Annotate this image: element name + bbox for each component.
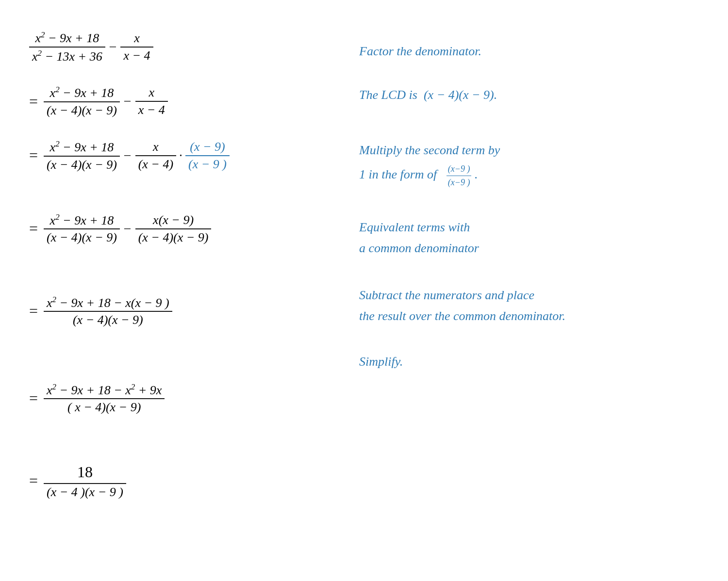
annotation-1: Factor the denominator. (359, 24, 699, 68)
main-container: x2 − 9x + 18 x2 − 13x + 36 − x x − 4 = x… (29, 19, 699, 508)
fraction-7-blue: (x − 9) (x − 9 ) (185, 139, 230, 173)
frac5-numerator: x2 − 9x + 18 (47, 138, 117, 156)
frac9-denominator: (x − 4)(x − 9) (135, 229, 212, 246)
annotation-4: Equivalent terms with a common denominat… (359, 199, 699, 267)
fraction-5: x2 − 9x + 18 (x − 4)(x − 9) (44, 138, 120, 173)
equals-2: = (29, 93, 39, 111)
frac6-numerator: x (150, 139, 162, 155)
frac3-denominator: (x − 4)(x − 9) (44, 102, 120, 119)
frac12-numerator: 18 (67, 461, 102, 483)
frac1-numerator: x2 − 9x + 18 (33, 29, 102, 47)
frac8-numerator: x2 − 9x + 18 (47, 211, 117, 229)
annotation-5: Subtract the numerators and place the re… (359, 267, 699, 335)
frac10-numerator: x2 − 9x + 18 − x(x − 9 ) (44, 294, 172, 311)
fraction-3: x2 − 9x + 18 (x − 4)(x − 9) (44, 84, 120, 119)
fraction-11: x2 − 9x + 18 − x2 + 9x ( x − 4)(x − 9) (44, 381, 165, 416)
step-6: = x2 − 9x + 18 − x2 + 9x ( x − 4)(x − 9) (29, 367, 330, 430)
frac12-denominator: (x − 4 )(x − 9 ) (44, 484, 126, 500)
step-5: = x2 − 9x + 18 − x(x − 9 ) (x − 4)(x − 9… (29, 280, 330, 343)
math-steps: x2 − 9x + 18 x2 − 13x + 36 − x x − 4 = x… (29, 19, 330, 508)
frac8-denominator: (x − 4)(x − 9) (44, 229, 120, 246)
step-2: = x2 − 9x + 18 (x − 4)(x − 9) − x x − 4 (29, 79, 330, 124)
frac2-denominator: x − 4 (120, 48, 153, 64)
fraction-10: x2 − 9x + 18 − x(x − 9 ) (x − 4)(x − 9) (44, 294, 172, 329)
annotation-5-line2: the result over the common denominator. (359, 307, 565, 325)
step-1: x2 − 9x + 18 x2 − 13x + 36 − x x − 4 (29, 24, 330, 69)
minus-2: − (124, 94, 132, 109)
fraction-6: x (x − 4) (135, 139, 176, 173)
frac4-denominator: x − 4 (135, 102, 168, 118)
annotation-3-line2: 1 in the form of (x−9 ) (x−9 ) . (359, 162, 478, 189)
annotation-6-text: Simplify. (359, 352, 403, 371)
annotation-3: Multiply the second term by 1 in the for… (359, 121, 699, 199)
equals-6: = (29, 389, 39, 407)
equals-7: = (29, 472, 39, 490)
frac10-denominator: (x − 4)(x − 9) (70, 312, 146, 328)
fraction-12: 18 (x − 4 )(x − 9 ) (44, 461, 126, 500)
frac4-numerator: x (146, 84, 157, 101)
annotations: Factor the denominator. The LCD is (x − … (359, 19, 699, 508)
equals-3: = (29, 146, 39, 164)
fraction-4: x x − 4 (135, 84, 168, 118)
frac7-denominator: (x − 9 ) (185, 156, 230, 173)
equals-4: = (29, 220, 39, 238)
annotation-1-text: Factor the denominator. (359, 42, 481, 61)
frac3-numerator: x2 − 9x + 18 (47, 84, 117, 101)
equals-5: = (29, 302, 39, 320)
annotation-2-text: The LCD is (x − 4)(x − 9). (359, 85, 497, 104)
annotation-3-line1: Multiply the second term by (359, 141, 500, 160)
annotation-2: The LCD is (x − 4)(x − 9). (359, 68, 699, 121)
frac5-denominator: (x − 4)(x − 9) (44, 157, 120, 173)
step-3: = x2 − 9x + 18 (x − 4)(x − 9) − x (x − 4… (29, 133, 330, 178)
step-7: = 18 (x − 4 )(x − 9 ) (29, 454, 330, 508)
fraction-9: x(x − 9) (x − 4)(x − 9) (135, 212, 212, 246)
step-4: = x2 − 9x + 18 (x − 4)(x − 9) − x(x − 9)… (29, 202, 330, 256)
annotation-6: Simplify. (359, 335, 699, 388)
annotation-4-line2: a common denominator (359, 239, 479, 258)
fraction-1: x2 − 9x + 18 x2 − 13x + 36 (29, 29, 105, 65)
frac1-denominator: x2 − 13x + 36 (29, 48, 105, 65)
frac2-numerator: x (131, 30, 143, 47)
fraction-2: x x − 4 (120, 30, 153, 64)
minus-4: − (124, 221, 132, 237)
minus-1: − (109, 39, 117, 55)
small-fraction-annotation: (x−9 ) (x−9 ) (447, 162, 472, 189)
frac6-denominator: (x − 4) (135, 156, 176, 173)
dot-mult-1: · (179, 148, 182, 163)
frac9-numerator: x(x − 9) (150, 212, 197, 228)
frac7-numerator: (x − 9) (187, 139, 228, 155)
minus-3: − (124, 148, 132, 163)
frac11-denominator: ( x − 4)(x − 9) (65, 399, 144, 416)
fraction-8: x2 − 9x + 18 (x − 4)(x − 9) (44, 211, 120, 246)
annotation-4-line1: Equivalent terms with (359, 218, 470, 237)
frac11-numerator: x2 − 9x + 18 − x2 + 9x (44, 381, 165, 399)
annotation-5-line1: Subtract the numerators and place (359, 286, 534, 305)
